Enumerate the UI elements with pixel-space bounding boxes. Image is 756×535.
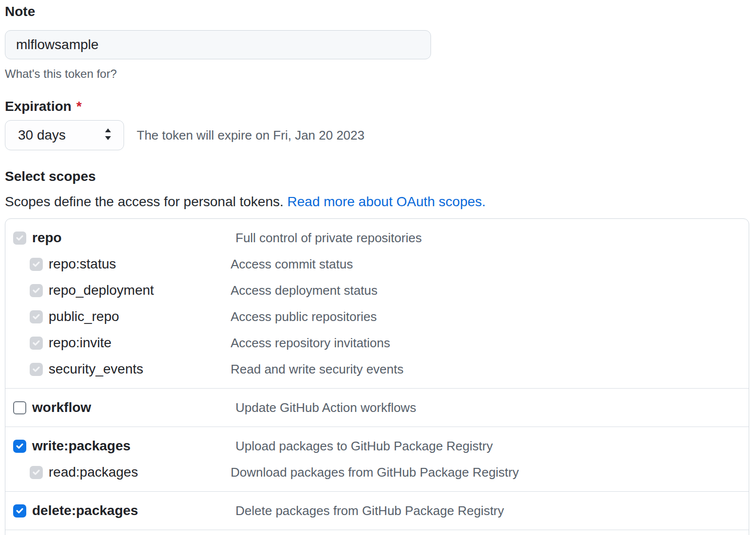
scope-row-repo-invite: repo:invite Access repository invitation… [5,330,749,356]
checkbox-workflow[interactable] [13,401,26,414]
scope-name-security-events: security_events [49,361,144,377]
scope-name-delete-packages: delete:packages [32,503,138,518]
scope-group-next-partial [5,530,749,535]
scope-name-repo-invite: repo:invite [49,335,111,351]
scope-desc-repo-status: Access commit status [227,257,353,272]
scope-desc-workflow: Update GitHub Action workflows [227,400,416,415]
checkbox-public-repo[interactable] [30,310,43,323]
oauth-scopes-link[interactable]: Read more about OAuth scopes. [288,194,486,209]
scope-name-write-packages: write:packages [32,438,130,454]
checkbox-repo-invite[interactable] [30,337,43,350]
scope-group-repo: repo Full control of private repositorie… [5,219,749,388]
scope-desc-read-packages: Download packages from GitHub Package Re… [227,465,519,480]
scope-row-read-packages: read:packages Download packages from Git… [5,459,749,485]
scope-group-write-packages: write:packages Upload packages to GitHub… [5,427,749,491]
scope-desc-security-events: Read and write security events [227,362,404,377]
scope-group-workflow: workflow Update GitHub Action workflows [5,388,749,427]
expiration-label: Expiration* [5,99,756,114]
scope-group-delete-packages: delete:packages Delete packages from Git… [5,491,749,530]
scope-row-repo-deployment: repo_deployment Access deployment status [5,277,749,303]
checkbox-read-packages[interactable] [30,466,43,479]
scope-name-repo: repo [32,230,62,246]
scope-row-public-repo: public_repo Access public repositories [5,303,749,330]
scope-desc-repo: Full control of private repositories [227,231,422,246]
checkbox-repo-deployment[interactable] [30,284,43,297]
scope-desc-repo-deployment: Access deployment status [227,283,378,298]
select-scopes-heading: Select scopes [5,169,756,184]
checkbox-repo[interactable] [13,232,26,245]
scope-name-repo-deployment: repo_deployment [49,283,154,298]
checkbox-delete-packages[interactable] [13,504,26,517]
scopes-intro-text: Scopes define the access for personal to… [5,194,288,209]
expiration-note: The token will expire on Fri, Jan 20 202… [137,128,364,143]
note-helper-text: What's this token for? [5,67,756,81]
scopes-box: repo Full control of private repositorie… [5,218,749,535]
scope-desc-write-packages: Upload packages to GitHub Package Regist… [227,439,493,454]
note-label: Note [5,4,756,19]
scope-row-workflow: workflow Update GitHub Action workflows [5,394,749,421]
scope-name-workflow: workflow [32,400,91,415]
expiration-select-value: 30 days [18,127,66,143]
scopes-intro: Scopes define the access for personal to… [5,194,756,210]
scope-name-read-packages: read:packages [49,464,138,480]
scope-row-delete-packages: delete:packages Delete packages from Git… [5,498,749,524]
scope-name-repo-status: repo:status [49,256,116,272]
checkbox-write-packages[interactable] [13,440,26,453]
required-asterisk: * [76,99,82,114]
scope-row-security-events: security_events Read and write security … [5,356,749,382]
scope-desc-public-repo: Access public repositories [227,309,377,324]
select-updown-icon [103,127,113,143]
scope-desc-delete-packages: Delete packages from GitHub Package Regi… [227,503,504,518]
scope-row-repo-status: repo:status Access commit status [5,251,749,277]
token-form: Note What's this token for? Expiration* … [0,0,756,535]
scope-row-write-packages: write:packages Upload packages to GitHub… [5,433,749,459]
scope-desc-repo-invite: Access repository invitations [227,336,390,351]
expiration-select[interactable]: 30 days [5,120,124,150]
scope-name-public-repo: public_repo [49,309,119,324]
scope-row-repo: repo Full control of private repositorie… [5,225,749,251]
note-input[interactable] [5,30,431,59]
checkbox-security-events[interactable] [30,363,43,376]
checkbox-repo-status[interactable] [30,258,43,271]
